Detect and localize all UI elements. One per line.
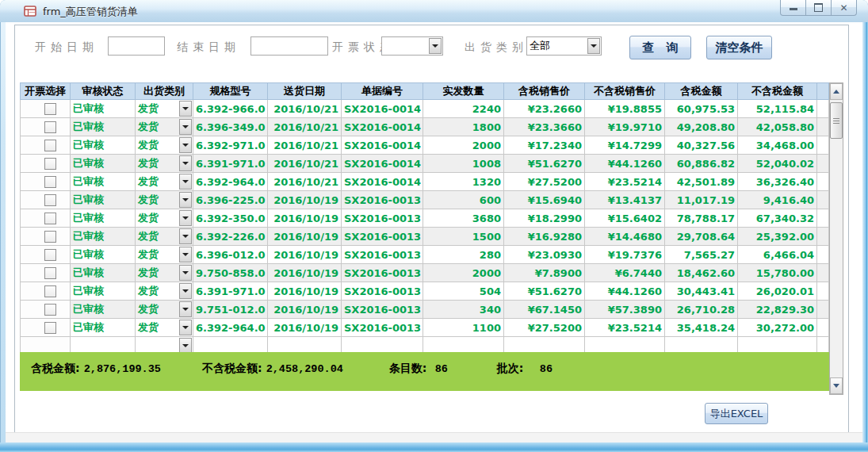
cell-status[interactable]: 已审核 [71, 319, 136, 337]
ship-category-dropdown-button[interactable] [587, 38, 600, 54]
invoice-select-checkbox[interactable] [44, 231, 56, 243]
cell-price_net[interactable]: ¥14.4680 [585, 228, 665, 246]
row-category-dropdown-button[interactable] [179, 301, 192, 317]
ship-category-select[interactable]: 全部 [526, 36, 602, 56]
cell-category[interactable]: 发货 [136, 155, 193, 173]
cell-price_net[interactable]: ¥19.9710 [585, 118, 665, 136]
invoice-select-cell[interactable] [21, 155, 71, 173]
cell-category[interactable]: 发货 [136, 319, 193, 337]
cell-spec[interactable]: 9.751-012.0 [193, 301, 268, 319]
invoice-select-cell[interactable] [21, 301, 71, 319]
cell-date[interactable]: 2016/10/19 [268, 246, 342, 264]
cell-amount_tax[interactable]: 78,788.17 [665, 209, 738, 228]
cell-date[interactable]: 2016/10/19 [268, 319, 342, 337]
titlebar[interactable]: frm_高压管销货清单 ✕ [0, 0, 868, 22]
cell-spec[interactable]: 9.750-858.0 [193, 264, 268, 282]
cell-category[interactable]: 发货 [136, 173, 193, 191]
row-category-dropdown-button[interactable] [179, 155, 192, 171]
cell-doc[interactable]: SX2016-0014 [342, 100, 423, 118]
row-category-dropdown-button[interactable] [179, 320, 192, 335]
cell-category[interactable]: 发货 [136, 209, 193, 228]
cell-qty[interactable]: 1320 [423, 173, 504, 191]
cell-qty[interactable]: 600 [423, 191, 504, 209]
cell-status[interactable]: 已审核 [71, 264, 136, 282]
cell-price_tax[interactable]: ¥51.6270 [504, 155, 585, 173]
cell-price_tax[interactable]: ¥23.0930 [504, 246, 585, 264]
cell-qty[interactable]: 280 [423, 246, 504, 264]
invoice-select-cell[interactable] [21, 246, 71, 264]
cell-price_tax[interactable]: ¥15.6940 [504, 191, 585, 209]
cell-category[interactable]: 发货 [136, 264, 193, 282]
invoice-select-checkbox[interactable] [44, 213, 56, 224]
cell-doc[interactable]: SX2016-0013 [342, 209, 423, 228]
row-category-dropdown-button[interactable] [179, 192, 192, 208]
row-category-dropdown-button[interactable] [179, 265, 192, 281]
cell-status[interactable]: 已审核 [71, 228, 136, 246]
invoice-select-checkbox[interactable] [44, 285, 56, 297]
cell-price_tax[interactable]: ¥18.2990 [504, 209, 585, 228]
cell-category[interactable]: 发货 [136, 118, 193, 136]
invoice-select-cell[interactable] [21, 136, 71, 155]
cell-amount_net[interactable]: 6,466.04 [738, 246, 817, 264]
cell-date[interactable]: 2016/10/19 [268, 228, 342, 246]
cell-amount_net[interactable]: 52,115.84 [738, 100, 817, 118]
scrollbar-thumb[interactable] [830, 102, 843, 139]
cell-spec[interactable]: 6.392-350.0 [193, 209, 268, 228]
invoice-select-cell[interactable] [21, 264, 71, 282]
invoice-select-cell[interactable] [21, 209, 71, 228]
cell-price_tax[interactable]: ¥27.5200 [504, 173, 585, 191]
invoice-select-cell[interactable] [21, 319, 71, 337]
cell-price_tax[interactable]: ¥7.8900 [504, 264, 585, 282]
cell-category[interactable]: 发货 [136, 191, 193, 209]
cell-doc[interactable]: SX2016-0014 [342, 118, 423, 136]
column-header[interactable]: 规格型号 [193, 83, 268, 100]
maximize-button[interactable] [805, 0, 832, 16]
cell-date[interactable]: 2016/10/21 [268, 155, 342, 173]
cell-category[interactable]: 发货 [136, 100, 193, 118]
cell-qty[interactable]: 1500 [423, 228, 504, 246]
clear-conditions-button[interactable]: 清空条件 [706, 36, 772, 59]
invoice-select-checkbox[interactable] [44, 158, 56, 170]
row-category-dropdown-button[interactable] [179, 119, 192, 135]
cell-status[interactable]: 已审核 [71, 118, 136, 136]
cell-spec[interactable]: 6.396-349.0 [193, 118, 268, 136]
column-header[interactable]: 含税金额 [665, 83, 738, 100]
cell-amount_tax[interactable]: 11,017.19 [665, 191, 738, 209]
cell-qty[interactable]: 1800 [423, 118, 504, 136]
cell-price_net[interactable]: ¥44.1260 [585, 282, 665, 301]
cell-amount_net[interactable]: 34,468.00 [738, 136, 817, 155]
column-header[interactable]: 不含税销售价 [585, 83, 665, 100]
invoice-select-cell[interactable] [21, 191, 71, 209]
cell-amount_net[interactable]: 22,829.30 [738, 301, 817, 319]
row-category-dropdown-button[interactable] [179, 137, 192, 153]
cell-price_net[interactable]: ¥23.5214 [585, 319, 665, 337]
start-date-input[interactable] [108, 36, 165, 56]
close-button[interactable]: ✕ [831, 0, 857, 16]
cell-doc[interactable]: SX2016-0013 [342, 319, 423, 337]
cell-spec[interactable]: 6.392-971.0 [193, 136, 268, 155]
query-button[interactable]: 查 询 [629, 36, 691, 59]
cell-amount_net[interactable]: 67,340.32 [738, 209, 817, 228]
cell-price_tax[interactable]: ¥67.1450 [504, 301, 585, 319]
cell-spec[interactable]: 6.392-964.0 [193, 319, 268, 337]
invoice-status-select[interactable] [381, 36, 443, 56]
cell-doc[interactable]: SX2016-0013 [342, 301, 423, 319]
row-category-dropdown-button[interactable] [179, 283, 192, 299]
invoice-select-cell[interactable] [21, 118, 71, 136]
column-header[interactable]: 含税销售价 [504, 83, 585, 100]
cell-amount_net[interactable]: 15,780.00 [738, 264, 817, 282]
cell-spec[interactable]: 6.391-971.0 [193, 282, 268, 301]
cell-status[interactable]: 已审核 [71, 282, 136, 301]
cell-qty[interactable]: 2240 [423, 100, 504, 118]
cell-spec[interactable]: 6.396-225.0 [193, 191, 268, 209]
cell-price_net[interactable]: ¥19.7376 [585, 246, 665, 264]
cell-price_tax[interactable]: ¥23.3660 [504, 118, 585, 136]
cell-amount_net[interactable]: 30,272.00 [738, 319, 817, 337]
cell-status[interactable]: 已审核 [71, 209, 136, 228]
row-category-dropdown-button[interactable] [179, 210, 192, 226]
cell-amount_tax[interactable]: 29,708.64 [665, 228, 738, 246]
column-header[interactable]: 单据编号 [342, 83, 423, 100]
invoice-select-cell[interactable] [21, 100, 71, 118]
cell-date[interactable]: 2016/10/19 [268, 301, 342, 319]
cell-amount_net[interactable]: 25,392.00 [738, 228, 817, 246]
